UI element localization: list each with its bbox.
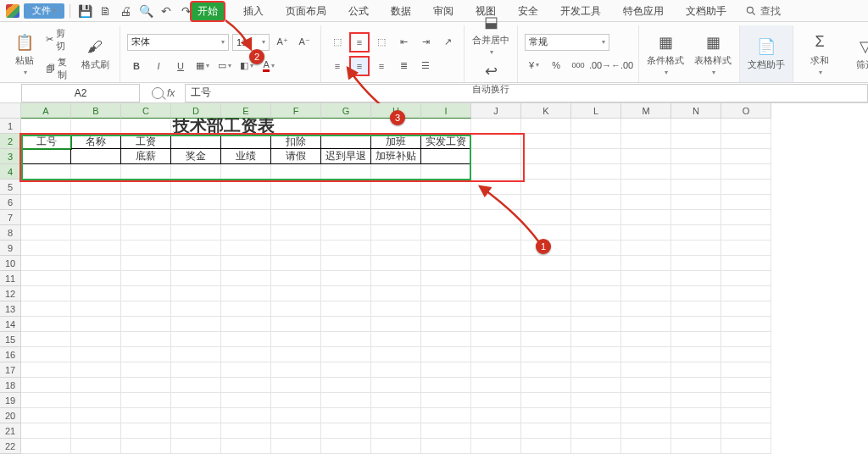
cell-A8[interactable] <box>21 225 71 241</box>
cell-L15[interactable] <box>571 332 621 347</box>
cell-B7[interactable] <box>71 210 121 225</box>
cell-B12[interactable] <box>71 286 121 301</box>
col-header-M[interactable]: M <box>621 103 671 119</box>
cell-N11[interactable] <box>671 271 721 286</box>
cell-E4[interactable] <box>221 164 271 180</box>
cell-D15[interactable] <box>171 332 221 347</box>
cell-H13[interactable] <box>371 301 421 317</box>
cell-H16[interactable] <box>371 347 421 362</box>
cell-C18[interactable] <box>121 378 171 393</box>
cell-C21[interactable] <box>121 423 171 439</box>
cell-F10[interactable] <box>271 256 321 271</box>
cell-A6[interactable] <box>21 195 71 210</box>
cell-K5[interactable] <box>521 180 571 195</box>
cell-O9[interactable] <box>721 241 771 256</box>
cell-H11[interactable] <box>371 271 421 286</box>
cell-L17[interactable] <box>571 362 621 378</box>
cell-G8[interactable] <box>321 225 371 241</box>
cell-H7[interactable] <box>371 210 421 225</box>
cell-A11[interactable] <box>21 271 71 286</box>
cell-A19[interactable] <box>21 393 71 408</box>
cell-G18[interactable] <box>321 378 371 393</box>
row-header-19[interactable]: 19 <box>0 393 21 408</box>
cell-M12[interactable] <box>621 286 671 301</box>
cell-B15[interactable] <box>71 332 121 347</box>
cell-L5[interactable] <box>571 180 621 195</box>
cell-N15[interactable] <box>671 332 721 347</box>
cell-D12[interactable] <box>171 286 221 301</box>
cell-N9[interactable] <box>671 241 721 256</box>
row-header-17[interactable]: 17 <box>0 362 21 378</box>
cell-J10[interactable] <box>471 256 521 271</box>
cell-E21[interactable] <box>221 423 271 439</box>
cell-G14[interactable] <box>321 317 371 332</box>
cell-I9[interactable] <box>421 241 471 256</box>
cell-B5[interactable] <box>71 180 121 195</box>
align-right-icon[interactable]: ≡ <box>372 57 391 75</box>
cell-A7[interactable] <box>21 210 71 225</box>
cell-N14[interactable] <box>671 317 721 332</box>
row-header-4[interactable]: 4 <box>0 164 21 180</box>
cell-J5[interactable] <box>471 180 521 195</box>
col-header-F[interactable]: F <box>271 103 321 119</box>
cell-N6[interactable] <box>671 195 721 210</box>
col-header-B[interactable]: B <box>71 103 121 119</box>
cell-L2[interactable] <box>571 134 621 149</box>
cell-G22[interactable] <box>321 439 371 454</box>
cell-N7[interactable] <box>671 210 721 225</box>
cell-B20[interactable] <box>71 408 121 423</box>
cell-E13[interactable] <box>221 301 271 317</box>
cell-E8[interactable] <box>221 225 271 241</box>
cell-I14[interactable] <box>421 317 471 332</box>
col-header-C[interactable]: C <box>121 103 171 119</box>
row-header-22[interactable]: 22 <box>0 439 21 454</box>
cell-C22[interactable] <box>121 439 171 454</box>
cell-K15[interactable] <box>521 332 571 347</box>
cell-G3[interactable]: 迟到早退 <box>321 149 371 164</box>
cell-C13[interactable] <box>121 301 171 317</box>
cell-K14[interactable] <box>521 317 571 332</box>
row-header-16[interactable]: 16 <box>0 347 21 362</box>
cell-K12[interactable] <box>521 286 571 301</box>
cell-H5[interactable] <box>371 180 421 195</box>
col-header-A[interactable]: A <box>21 103 71 119</box>
cell-H8[interactable] <box>371 225 421 241</box>
cell-K7[interactable] <box>521 210 571 225</box>
col-header-I[interactable]: I <box>421 103 471 119</box>
col-header-N[interactable]: N <box>671 103 721 119</box>
print-preview-icon[interactable]: 🔍 <box>136 3 155 19</box>
cell-O4[interactable] <box>721 164 771 180</box>
row-header-7[interactable]: 7 <box>0 210 21 225</box>
cell-H18[interactable] <box>371 378 421 393</box>
cell-O5[interactable] <box>721 180 771 195</box>
cell-N8[interactable] <box>671 225 721 241</box>
cell-G2[interactable] <box>321 134 371 149</box>
cell-I8[interactable] <box>421 225 471 241</box>
save-icon[interactable]: 💾 <box>75 3 94 19</box>
cell-H20[interactable] <box>371 408 421 423</box>
cell-M11[interactable] <box>621 271 671 286</box>
cell-L12[interactable] <box>571 286 621 301</box>
cell-M4[interactable] <box>621 164 671 180</box>
decrease-font-icon[interactable]: A⁻ <box>295 33 314 52</box>
cell-I3[interactable] <box>421 149 471 164</box>
cell-A4[interactable] <box>21 164 71 180</box>
cell-K3[interactable] <box>521 149 571 164</box>
cell-L14[interactable] <box>571 317 621 332</box>
cell-J3[interactable] <box>471 149 521 164</box>
cell-N4[interactable] <box>671 164 721 180</box>
cell-C10[interactable] <box>121 256 171 271</box>
sum-button[interactable]: Σ求和 <box>800 29 839 80</box>
cell-A5[interactable] <box>21 180 71 195</box>
cell-F2[interactable]: 扣除 <box>271 134 321 149</box>
underline-icon[interactable]: U <box>171 57 190 75</box>
cell-K22[interactable] <box>521 439 571 454</box>
cell-O7[interactable] <box>721 210 771 225</box>
cell-H9[interactable] <box>371 241 421 256</box>
cell-L3[interactable] <box>571 149 621 164</box>
cell-I20[interactable] <box>421 408 471 423</box>
cell-N3[interactable] <box>671 149 721 164</box>
tab-formula[interactable]: 公式 <box>345 3 372 20</box>
cell-M1[interactable] <box>621 119 671 134</box>
cell-N18[interactable] <box>671 378 721 393</box>
